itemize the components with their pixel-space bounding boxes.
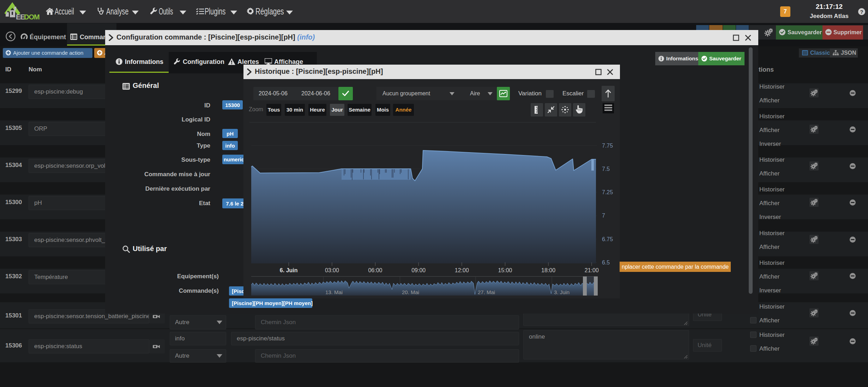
svg-text:EE: EE <box>16 13 25 21</box>
svg-text:06:00: 06:00 <box>368 267 382 273</box>
svg-text:6.5: 6.5 <box>602 260 610 266</box>
svg-text:3. Juin: 3. Juin <box>554 289 569 295</box>
svg-text:03:00: 03:00 <box>325 267 339 273</box>
svg-text:DOM: DOM <box>24 13 40 21</box>
svg-text:18:00: 18:00 <box>541 267 555 273</box>
svg-text:21:00: 21:00 <box>585 267 599 273</box>
svg-text:7.5: 7.5 <box>602 166 610 172</box>
svg-text:15:00: 15:00 <box>498 267 512 273</box>
svg-text:7: 7 <box>602 213 605 219</box>
svg-text:20. Mai: 20. Mai <box>402 289 419 295</box>
svg-text:6.75: 6.75 <box>602 236 613 242</box>
svg-text:7.25: 7.25 <box>602 189 613 195</box>
svg-text:7.75: 7.75 <box>602 143 613 149</box>
svg-text:27. Mai: 27. Mai <box>478 289 495 295</box>
svg-text:09:00: 09:00 <box>411 267 426 273</box>
svg-text:6. Juin: 6. Juin <box>280 267 298 273</box>
svg-text:13. Mai: 13. Mai <box>325 289 343 295</box>
svg-text:12:00: 12:00 <box>455 267 469 273</box>
